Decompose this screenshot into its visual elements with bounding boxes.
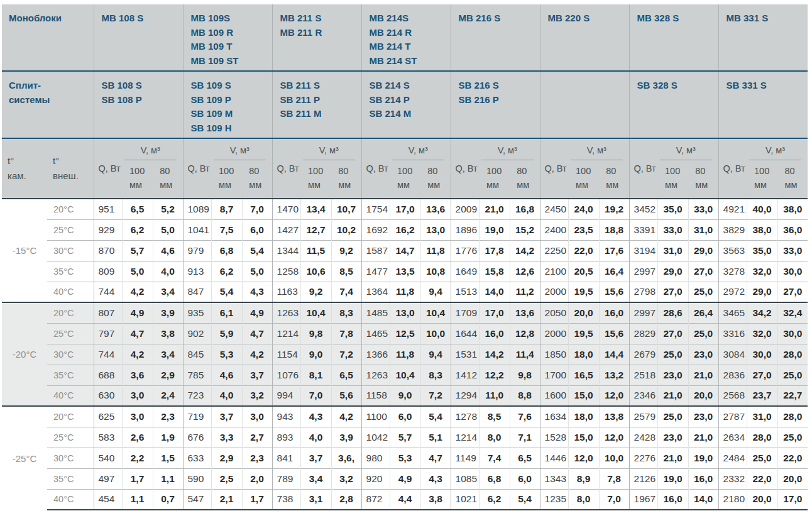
- q-value: 1754: [361, 199, 390, 219]
- v100-value: 28,6: [657, 302, 688, 323]
- q-watt-column-header: Q, Вт: [361, 138, 390, 199]
- header-line: мм: [576, 179, 598, 192]
- v100-value: 9,8: [300, 323, 331, 344]
- q-watt-column-header: Q, Вт: [183, 138, 211, 199]
- v100-value: 21,0: [657, 448, 688, 468]
- q-watt-column-header: Q, Вт: [94, 138, 122, 199]
- q-value: 3194: [629, 240, 657, 261]
- data-row: 40°C7444,23,48475,44,311639,27,4136411,8…: [2, 282, 808, 302]
- q-value: 1344: [272, 240, 300, 261]
- v100-value: 30,0: [747, 344, 777, 365]
- v80-value: 3,0: [242, 406, 272, 427]
- volume-100mm-label: 100мм: [122, 165, 152, 192]
- v100-value: 3,1: [300, 489, 331, 510]
- v100-value: 17,0: [479, 302, 510, 323]
- volume-column-header: V, м³100мм80мм: [300, 138, 361, 199]
- q-value: 744: [94, 282, 122, 302]
- v100-value: 6,2: [211, 261, 242, 282]
- model-name: SB 109 H: [191, 121, 271, 136]
- v100-value: 10,4: [390, 365, 420, 385]
- volume-column-header: V, м³100мм80мм: [390, 138, 451, 199]
- q-value: 847: [183, 282, 211, 302]
- temp-ambient-column-header: t°внеш.: [47, 138, 94, 199]
- q-value: 870: [94, 240, 122, 261]
- q-value: 2579: [629, 406, 657, 427]
- v100-value: 20,0: [747, 489, 777, 510]
- v80-value: 7,6: [510, 406, 540, 427]
- model-name: MB 214 ST: [370, 54, 449, 69]
- model-name: SB 108 P: [102, 93, 182, 107]
- q-watt-column-header: Q, Вт: [629, 138, 657, 199]
- v80-value: 12,0: [599, 385, 629, 406]
- model-name: MB 220 S: [548, 11, 628, 26]
- q-value: 913: [183, 261, 211, 282]
- v100-value: 22,0: [568, 240, 599, 261]
- split-models-group-3: SB 211 SSB 211 PSB 211 M: [272, 71, 361, 138]
- q-value: 3465: [718, 302, 747, 323]
- chamber-temp-value: -20°C: [2, 302, 47, 406]
- v100-value: 9,0: [300, 344, 331, 365]
- split-models-group-6: [540, 71, 629, 138]
- v100-value: 13,5: [390, 261, 420, 282]
- model-name: MB 214 T: [370, 40, 449, 54]
- v100-value: 17,8: [479, 240, 510, 261]
- v80-value: 14,2: [510, 240, 540, 261]
- q-value: 1085: [451, 468, 479, 489]
- monoblock-models-group-6: MB 220 S: [540, 4, 629, 71]
- q-value: 625: [94, 406, 122, 427]
- v100-value: 8,9: [568, 468, 599, 489]
- ambient-temp-value: 30°C: [47, 240, 94, 261]
- v100-value: 4,9: [122, 302, 153, 323]
- catalog-page: МоноблокиMB 108 SMB 109SMB 109 RMB 109 T…: [0, 0, 812, 510]
- v80-value: 4,3: [242, 282, 272, 302]
- v80-value: 7,0: [599, 489, 629, 510]
- v100-value: 27,0: [657, 282, 688, 302]
- v100-value: 16,0: [479, 323, 510, 344]
- model-name: MB 214 R: [370, 26, 449, 40]
- v100-value: 12,5: [390, 323, 420, 344]
- v80-value: 9,2: [331, 240, 361, 261]
- q-value: 1477: [361, 261, 390, 282]
- q-value: 980: [361, 448, 390, 468]
- v80-value: 4,2: [331, 406, 361, 427]
- v100-value: 10,6: [300, 261, 331, 282]
- q-value: 2332: [718, 468, 747, 489]
- v80-value: 5,0: [153, 219, 183, 240]
- v100-value: 9,2: [300, 282, 331, 302]
- model-name: MB 109 R: [191, 26, 271, 40]
- q-value: 1531: [451, 344, 479, 365]
- v80-value: 8,5: [331, 261, 361, 282]
- v80-value: 6,5: [331, 365, 361, 385]
- v80-value: 16,0: [688, 468, 718, 489]
- model-name: MB 328 S: [637, 11, 717, 26]
- v80-value: 10,4: [420, 302, 451, 323]
- header-line: 80: [785, 165, 808, 179]
- q-value: 1850: [540, 344, 568, 365]
- volume-column-header: V, м³100мм80мм: [568, 138, 629, 199]
- q-value: 744: [94, 344, 122, 365]
- q-value: 1089: [183, 199, 211, 219]
- q-value: 738: [272, 489, 300, 510]
- q-value: 2568: [718, 385, 747, 406]
- v100-value: 31,0: [747, 406, 777, 427]
- volume-subcolumns: 100мм80мм: [211, 165, 272, 192]
- model-name: MB 214S: [370, 11, 449, 26]
- q-value: 1263: [272, 302, 300, 323]
- v100-value: 21,0: [479, 199, 510, 219]
- ambient-temp-value: 30°C: [47, 344, 94, 365]
- header-line: мм: [249, 179, 272, 192]
- v100-value: 4,0: [300, 427, 331, 448]
- v80-value: 5,4: [420, 406, 451, 427]
- q-value: 2400: [540, 219, 568, 240]
- v100-value: 7,4: [479, 448, 510, 468]
- v80-value: 10,7: [331, 199, 361, 219]
- v100-value: 2,6: [122, 427, 153, 448]
- v80-value: 12,0: [599, 427, 629, 448]
- v80-value: 7,0: [242, 199, 272, 219]
- header-line: t°: [53, 153, 94, 168]
- v80-value: 17,6: [599, 240, 629, 261]
- v80-value: 1,9: [153, 427, 183, 448]
- v100-value: 11,5: [300, 240, 331, 261]
- q-value: 902: [183, 323, 211, 344]
- v80-value: 11,2: [510, 282, 540, 302]
